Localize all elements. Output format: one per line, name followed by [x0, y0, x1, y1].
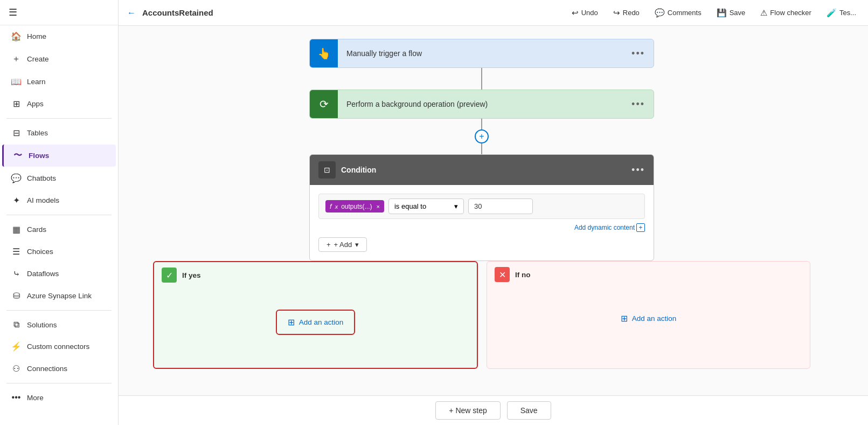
branch-yes-label: If yes: [182, 271, 201, 279]
connector-plus: +: [475, 119, 489, 154]
operator-dropdown[interactable]: is equal to ▾: [388, 198, 464, 214]
branch-no-label: If no: [515, 271, 531, 279]
token-close[interactable]: ×: [376, 203, 379, 210]
add-icon: +: [327, 241, 331, 249]
sidebar: ☰ 🏠 Home ＋ Create 📖 Learn ⊞ Apps ⊟ Table…: [0, 0, 119, 425]
condition-value-input[interactable]: 30: [468, 198, 533, 214]
sidebar-item-create[interactable]: ＋ Create: [2, 48, 116, 70]
save-icon: 💾: [717, 8, 727, 18]
comments-icon: 💬: [655, 8, 665, 18]
save-button[interactable]: 💾 Save: [713, 6, 749, 20]
background-op-more-button[interactable]: •••: [623, 91, 654, 118]
sidebar-item-more[interactable]: ••• More: [2, 387, 116, 408]
no-add-action-container: ⊞ Add an action: [487, 287, 810, 349]
branch-yes: ✓ If yes ⊞ Add an action: [153, 261, 478, 369]
yes-add-action-button[interactable]: ⊞ Add an action: [279, 313, 352, 332]
redo-button[interactable]: ↪ Redo: [610, 6, 643, 20]
divider-4: [6, 383, 112, 383]
sidebar-item-label: Custom connectors: [27, 342, 89, 351]
sidebar-item-label: Home: [27, 32, 46, 40]
bottom-save-button[interactable]: Save: [507, 401, 551, 420]
connectors-icon: ⚡: [11, 341, 22, 352]
sidebar-item-label: More: [27, 394, 44, 402]
flow-checker-button[interactable]: ⚠ Flow checker: [757, 6, 815, 20]
branch-row: ✓ If yes ⊞ Add an action: [131, 261, 832, 369]
yes-add-action-outline: ⊞ Add an action: [276, 310, 356, 335]
yes-checkmark-icon: ✓: [162, 268, 177, 283]
condition-label: Condition: [341, 166, 626, 174]
sidebar-item-dataflows[interactable]: ⤷ Dataflows: [2, 263, 116, 284]
choices-icon: ☰: [11, 246, 22, 257]
test-button[interactable]: 🧪 Tes...: [823, 6, 859, 20]
sidebar-item-choices[interactable]: ☰ Choices: [2, 241, 116, 262]
sidebar-item-cards[interactable]: ▦ Cards: [2, 219, 116, 240]
condition-row: fx outputs(...) × is equal to ▾ 30: [318, 194, 645, 219]
flow-checker-icon: ⚠: [760, 8, 767, 18]
flow-checker-label: Flow checker: [770, 9, 811, 17]
condition-add-row: + + Add ▾: [318, 237, 645, 252]
undo-icon: ↩: [572, 8, 579, 18]
add-action-icon-yes: ⊞: [288, 317, 295, 327]
add-label: + Add: [334, 241, 352, 249]
no-add-action-button[interactable]: ⊞ Add an action: [612, 309, 685, 328]
sidebar-item-label: Chatbots: [27, 174, 56, 182]
add-step-button[interactable]: +: [475, 129, 489, 143]
main-area: ← AccountsRetained ↩ Undo ↪ Redo 💬 Comme…: [119, 0, 868, 425]
new-step-button[interactable]: + New step: [435, 401, 500, 420]
sidebar-item-custom-connectors[interactable]: ⚡ Custom connectors: [2, 336, 116, 357]
apps-icon: ⊞: [11, 99, 22, 109]
connector-short-top: [481, 119, 482, 129]
bottom-save-label: Save: [520, 406, 538, 415]
sidebar-item-tables[interactable]: ⊟ Tables: [2, 122, 116, 143]
sidebar-item-label: Connections: [27, 365, 67, 373]
chatbots-icon: 💬: [11, 173, 22, 183]
sidebar-item-ai-models[interactable]: ✦ AI models: [2, 190, 116, 211]
tables-icon: ⊟: [11, 128, 22, 138]
add-dynamic-content[interactable]: Add dynamic content +: [574, 223, 645, 232]
sidebar-item-solutions[interactable]: ⧉ Solutions: [2, 314, 116, 335]
trigger-node[interactable]: 👆 Manually trigger a flow •••: [309, 39, 654, 68]
add-condition-button[interactable]: + + Add ▾: [318, 237, 367, 252]
background-op-node[interactable]: ⟳ Perform a background operation (previe…: [309, 90, 654, 119]
divider-3: [6, 310, 112, 311]
sidebar-item-label: Dataflows: [27, 270, 59, 278]
comments-button[interactable]: 💬 Comments: [651, 6, 705, 20]
topbar: ← AccountsRetained ↩ Undo ↪ Redo 💬 Comme…: [119, 0, 868, 26]
fx-icon: f: [330, 202, 332, 210]
sidebar-item-label: Apps: [27, 100, 44, 108]
condition-more-button[interactable]: •••: [631, 164, 645, 176]
redo-label: Redo: [623, 9, 640, 17]
sidebar-item-label: Azure Synapse Link: [27, 292, 92, 300]
divider-1: [6, 118, 112, 119]
sidebar-item-connections[interactable]: ⚇ Connections: [2, 358, 116, 379]
yes-add-action-container: ⊞ Add an action: [154, 288, 477, 357]
sidebar-item-learn[interactable]: 📖 Learn: [2, 71, 116, 92]
comments-label: Comments: [668, 9, 702, 17]
sidebar-item-flows[interactable]: 〜 Flows: [2, 145, 116, 167]
sidebar-item-chatbots[interactable]: 💬 Chatbots: [2, 168, 116, 189]
test-icon: 🧪: [827, 8, 837, 18]
undo-button[interactable]: ↩ Undo: [568, 6, 601, 20]
sidebar-item-home[interactable]: 🏠 Home: [2, 26, 116, 47]
flows-icon: 〜: [12, 150, 23, 161]
create-icon: ＋: [11, 53, 22, 65]
background-op-icon: ⟳: [310, 90, 338, 118]
background-op-label: Perform a background operation (preview): [338, 92, 623, 116]
sidebar-item-label: Flows: [29, 152, 49, 160]
sidebar-item-label: Choices: [27, 248, 53, 256]
sidebar-item-label: Cards: [27, 225, 46, 234]
sidebar-header: ☰: [0, 0, 118, 25]
hamburger-icon[interactable]: ☰: [9, 7, 17, 18]
plus-square-icon: +: [636, 223, 645, 232]
sidebar-item-label: AI models: [27, 196, 59, 204]
condition-token[interactable]: fx outputs(...) ×: [325, 200, 384, 212]
branch-no: ✕ If no ⊞ Add an action: [487, 261, 810, 369]
trigger-more-button[interactable]: •••: [623, 40, 654, 67]
more-icon: •••: [11, 393, 22, 402]
no-x-icon: ✕: [495, 267, 510, 282]
sidebar-item-azure-synapse[interactable]: ⛁ Azure Synapse Link: [2, 285, 116, 306]
sidebar-item-apps[interactable]: ⊞ Apps: [2, 93, 116, 114]
back-button[interactable]: ←: [127, 8, 136, 18]
sidebar-item-label: Solutions: [27, 321, 57, 329]
page-title: AccountsRetained: [142, 8, 564, 17]
